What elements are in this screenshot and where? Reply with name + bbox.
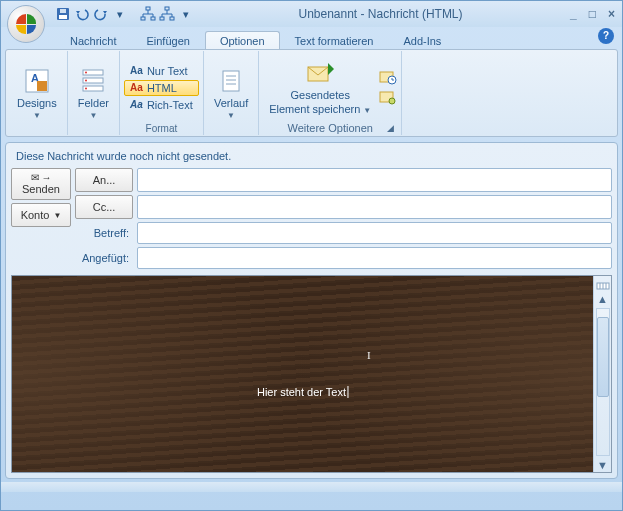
svg-point-16 — [85, 79, 87, 81]
angefuegt-label: Angefügt: — [75, 247, 133, 269]
send-button[interactable]: ✉ → Senden — [11, 168, 71, 200]
betreff-input[interactable] — [137, 222, 612, 244]
tab-einfuegen[interactable]: Einfügen — [131, 31, 204, 49]
restore-button[interactable]: □ — [586, 7, 599, 21]
cc-button[interactable]: Cc... — [75, 195, 133, 219]
scroll-up-button[interactable]: ▲ — [596, 292, 610, 306]
hierarchy1-icon[interactable] — [140, 6, 156, 22]
konto-button[interactable]: Konto▼ — [11, 203, 71, 227]
designs-label: Designs — [17, 97, 57, 109]
ribbon: A Designs ▼ Felder ▼ AaNur Text AaHTML A… — [5, 49, 618, 137]
svg-rect-2 — [60, 9, 66, 13]
angefuegt-input[interactable] — [137, 247, 612, 269]
group-felder: Felder ▼ — [68, 51, 120, 135]
delay-delivery-icon[interactable] — [379, 69, 397, 85]
svg-rect-11 — [37, 81, 47, 91]
undo-icon[interactable] — [74, 6, 90, 22]
designs-dropdown-icon: ▼ — [33, 111, 41, 120]
group-verlauf: Verlauf ▼ — [204, 51, 259, 135]
verlauf-dropdown-icon: ▼ — [227, 111, 235, 120]
status-bar — [1, 482, 622, 492]
svg-rect-6 — [165, 7, 169, 10]
format-richtext-button[interactable]: AaRich-Text — [124, 97, 199, 113]
felder-dropdown-icon: ▼ — [89, 111, 97, 120]
svg-point-15 — [85, 71, 87, 73]
ribbon-tabs: Nachricht Einfügen Optionen Text formati… — [1, 27, 622, 49]
svg-rect-3 — [146, 7, 150, 10]
qat-customise-icon[interactable]: ▾ — [178, 6, 194, 22]
gesendetes-speichern-button[interactable]: Gesendetes Element speichern ▼ — [263, 56, 377, 118]
redo-icon[interactable] — [93, 6, 109, 22]
body-text: Hier steht der Text — [257, 386, 346, 398]
svg-rect-18 — [223, 71, 239, 91]
svg-rect-1 — [59, 15, 67, 19]
help-icon[interactable]: ? — [598, 28, 614, 44]
tab-addins[interactable]: Add-Ins — [388, 31, 456, 49]
group-weitere: Gesendetes Element speichern ▼ Weitere O… — [259, 51, 402, 135]
compose-pane: Diese Nachricht wurde noch nicht gesende… — [5, 142, 618, 479]
format-group-label: Format — [124, 122, 199, 135]
hierarchy2-icon[interactable] — [159, 6, 175, 22]
cc-input[interactable] — [137, 195, 612, 219]
ruler-toggle-icon[interactable] — [596, 278, 610, 292]
an-input[interactable] — [137, 168, 612, 192]
direct-replies-icon[interactable] — [379, 89, 397, 105]
svg-rect-5 — [151, 17, 155, 20]
scrollbar-thumb[interactable] — [597, 317, 609, 397]
text-cursor-icon: I — [367, 349, 371, 361]
verlauf-button[interactable]: Verlauf ▼ — [208, 64, 254, 123]
save-icon[interactable] — [55, 6, 71, 22]
verlauf-label: Verlauf — [214, 97, 248, 109]
designs-button[interactable]: A Designs ▼ — [11, 64, 63, 123]
weitere-group-label: Weitere Optionen◢ — [263, 121, 397, 135]
felder-label: Felder — [78, 97, 109, 109]
svg-point-26 — [389, 98, 395, 104]
tab-nachricht[interactable]: Nachricht — [55, 31, 131, 49]
minimize-button[interactable]: _ — [567, 7, 580, 21]
group-format: AaNur Text AaHTML AaRich-Text Format — [120, 51, 204, 135]
scroll-down-button[interactable]: ▼ — [596, 458, 610, 472]
window-title: Unbenannt - Nachricht (HTML) — [194, 7, 567, 21]
info-bar: Diese Nachricht wurde noch nicht gesende… — [11, 147, 612, 168]
felder-button[interactable]: Felder ▼ — [72, 64, 115, 123]
message-body-editor[interactable]: I Hier steht der Text — [12, 276, 593, 472]
svg-rect-4 — [141, 17, 145, 20]
gesendetes-dropdown-icon: ▼ — [363, 106, 371, 115]
gesendetes-label: Gesendetes — [291, 89, 350, 101]
tab-textformatieren[interactable]: Text formatieren — [280, 31, 389, 49]
betreff-label: Betreff: — [75, 222, 133, 244]
format-html-button[interactable]: AaHTML — [124, 80, 199, 96]
tab-optionen[interactable]: Optionen — [205, 31, 280, 49]
title-bar: ▾ ▾ Unbenannt - Nachricht (HTML) _ □ × — [1, 1, 622, 27]
dialog-launcher-icon[interactable]: ◢ — [384, 123, 396, 135]
an-button[interactable]: An... — [75, 168, 133, 192]
close-button[interactable]: × — [605, 7, 618, 21]
svg-point-17 — [85, 87, 87, 89]
group-designs: A Designs ▼ — [7, 51, 68, 135]
svg-rect-7 — [160, 17, 164, 20]
editor-side-panel: ▲ ▼ — [593, 276, 611, 472]
format-nurtext-button[interactable]: AaNur Text — [124, 63, 199, 79]
scrollbar-track[interactable] — [596, 308, 610, 456]
envelope-icon: ✉ → — [31, 173, 52, 183]
office-button[interactable] — [7, 5, 45, 43]
qat-more-icon[interactable]: ▾ — [112, 6, 128, 22]
quick-access-toolbar: ▾ ▾ — [55, 6, 194, 22]
konto-dropdown-icon: ▼ — [53, 211, 61, 220]
svg-rect-8 — [170, 17, 174, 20]
